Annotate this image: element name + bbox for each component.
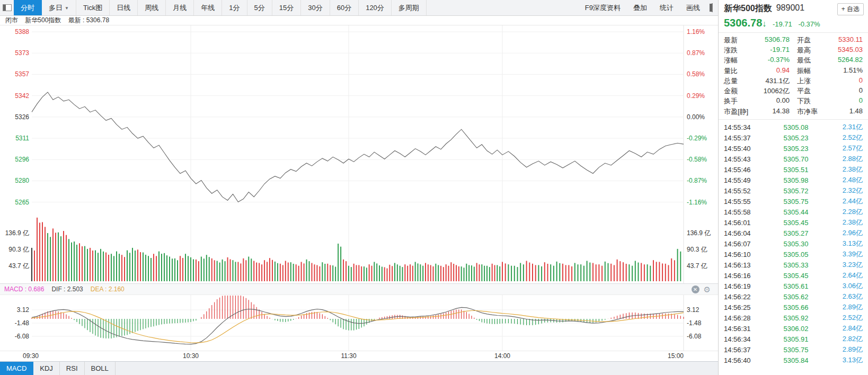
statistics-button[interactable]: 统计 [660, 3, 674, 13]
tick-time: 14:55:52 [724, 187, 762, 195]
tab-120min[interactable]: 120分 [359, 0, 392, 15]
tab-60min[interactable]: 60分 [330, 0, 359, 15]
stat-value: 0.00 [757, 96, 790, 106]
tab-duori[interactable]: 多日▼ [42, 0, 76, 15]
svg-text:0.58%: 0.58% [687, 70, 705, 78]
stat-label: 最高 [797, 46, 830, 55]
tick-row: 14:55:465305.512.38亿 [724, 164, 863, 175]
tick-row: 14:55:495305.982.48亿 [724, 175, 863, 185]
index-name: 新华500指数 [25, 16, 61, 24]
stat-label: 市净率 [797, 107, 830, 117]
tab-monthly[interactable]: 月线 [166, 0, 194, 15]
tick-time: 14:56:16 [724, 272, 762, 280]
tick-row: 14:56:195305.613.06亿 [724, 281, 863, 291]
tick-amount: 2.38亿 [830, 218, 863, 227]
tick-row: 14:55:345305.082.31亿 [724, 122, 863, 132]
tick-price: 5305.23 [762, 134, 830, 142]
tick-amount: 2.57亿 [830, 144, 863, 153]
time-label: 09:30 [23, 352, 39, 360]
tick-time: 14:56:22 [724, 293, 762, 301]
tick-time: 14:56:01 [724, 219, 762, 227]
svg-text:43.7 亿: 43.7 亿 [8, 262, 29, 270]
tick-row: 14:56:315306.022.84亿 [724, 323, 863, 334]
tab-30min[interactable]: 30分 [301, 0, 330, 15]
svg-text:-0.87%: -0.87% [687, 177, 707, 184]
tab-multiperiod[interactable]: 多周期 [392, 0, 427, 15]
tick-time: 14:55:40 [724, 145, 762, 153]
tab-rsi[interactable]: RSI [60, 362, 85, 375]
tick-row: 14:56:165305.452.64亿 [724, 270, 863, 281]
svg-text:-1.16%: -1.16% [687, 199, 707, 206]
tab-boll[interactable]: BOLL [85, 362, 116, 375]
tab-15min[interactable]: 15分 [272, 0, 301, 15]
stat-value: 0 [830, 86, 863, 96]
panel-toggle-icon [3, 4, 12, 11]
draw-line-button[interactable]: 画线 [686, 3, 700, 13]
stat-label: 下跌 [797, 96, 830, 106]
tab-yearly[interactable]: 年线 [194, 0, 222, 15]
close-icon[interactable]: ✕ [692, 285, 699, 293]
time-label: 15:00 [668, 352, 684, 360]
tick-amount: 2.96亿 [830, 228, 863, 238]
stat-value: 1.48 [830, 107, 863, 117]
svg-text:3.12: 3.12 [687, 306, 699, 314]
period-tabs: 分时多日▼Tick图日线周线月线年线1分5分15分30分60分120分多周期 [14, 0, 427, 15]
stat-value: 1.51% [830, 66, 863, 76]
tick-row: 14:56:045305.272.96亿 [724, 228, 863, 238]
panel-toggle-button[interactable] [0, 0, 14, 15]
tick-price: 5306.02 [762, 325, 830, 333]
tick-row: 14:56:405305.843.13亿 [724, 355, 863, 365]
tick-amount: 2.84亿 [830, 324, 863, 333]
time-label: 14:00 [494, 352, 510, 360]
stat-row: 量比0.94振幅1.51% [724, 66, 863, 76]
tick-row: 14:56:105305.053.39亿 [724, 249, 863, 260]
svg-text:3.12: 3.12 [17, 306, 30, 314]
overlay-button[interactable]: 叠加 [633, 3, 647, 13]
tab-macd[interactable]: MACD [0, 362, 33, 375]
svg-text:5265: 5265 [15, 199, 29, 206]
tick-row: 14:56:345305.912.82亿 [724, 334, 863, 344]
gear-icon[interactable]: ⚙ [704, 285, 711, 293]
stat-value: 5330.11 [830, 35, 863, 45]
tick-amount: 2.44亿 [830, 197, 863, 206]
stat-value: 0 [830, 96, 863, 106]
stat-row: 市盈[静]14.38市净率1.48 [724, 106, 863, 117]
stat-label: 涨幅 [724, 56, 757, 65]
tick-price: 5305.75 [762, 346, 830, 354]
add-watchlist-button[interactable]: + 自选 [837, 3, 864, 15]
tick-price: 5305.98 [762, 176, 830, 184]
svg-text:5311: 5311 [15, 135, 29, 142]
subheader: 闭市 新华500指数 最新 : 5306.78 [0, 16, 718, 25]
toolbar-action-group: F9深度资料叠加统计画线 [572, 3, 700, 13]
tab-tick[interactable]: Tick图 [76, 0, 110, 15]
f9-depth-button[interactable]: F9深度资料 [585, 3, 621, 13]
price-volume-chart: 53881.16%53730.87%53570.58%53420.29%5326… [0, 25, 718, 283]
tick-row: 14:55:405305.232.57亿 [724, 143, 863, 154]
time-label: 10:30 [183, 352, 199, 360]
tick-amount: 2.38亿 [830, 165, 863, 174]
dif-value: DIF : 2.503 [51, 285, 83, 293]
tick-amount: 2.28亿 [830, 207, 863, 217]
quote-price-row: 5306.78↓ -19.71 -0.37% [719, 15, 868, 33]
svg-text:-0.29%: -0.29% [687, 135, 707, 142]
tick-list[interactable]: 14:55:345305.082.31亿14:55:375305.232.52亿… [719, 120, 868, 375]
tick-row: 14:56:225305.622.63亿 [724, 291, 863, 302]
tick-price: 5305.30 [762, 240, 830, 248]
tab-weekly[interactable]: 周线 [138, 0, 166, 15]
tick-time: 14:56:31 [724, 325, 762, 333]
tick-amount: 2.63亿 [830, 292, 863, 301]
tab-1min[interactable]: 1分 [222, 0, 247, 15]
tab-5min[interactable]: 5分 [247, 0, 272, 15]
stat-label: 振幅 [797, 66, 830, 76]
svg-text:5342: 5342 [15, 92, 29, 100]
svg-text:5296: 5296 [15, 156, 29, 163]
split-view-button[interactable] [712, 4, 713, 12]
tick-amount: 3.06亿 [830, 281, 863, 291]
tab-fenshi[interactable]: 分时 [14, 0, 42, 15]
tick-amount: 3.13亿 [830, 355, 863, 365]
tab-daily[interactable]: 日线 [110, 0, 138, 15]
indicator-tabs: MACDKDJRSIBOLL [0, 361, 718, 375]
tab-kdj[interactable]: KDJ [33, 362, 60, 375]
stat-label: 开盘 [797, 35, 830, 45]
tick-price: 5305.08 [762, 123, 830, 131]
